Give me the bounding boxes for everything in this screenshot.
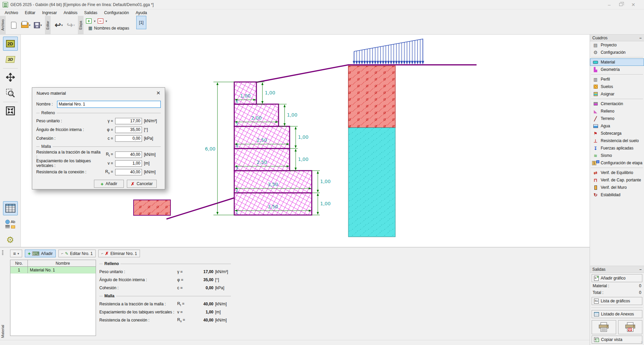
print-selection-button[interactable] <box>618 320 643 334</box>
phi-symbol: φ = <box>102 127 115 132</box>
open-dropdown-caret[interactable]: ▾ <box>29 24 31 27</box>
sidebar-item-estabilidad[interactable]: Estabilidad <box>590 191 644 199</box>
soils-icon <box>593 84 598 89</box>
zoom-fit-button[interactable] <box>3 104 18 118</box>
remove-stage-caret[interactable]: ▾ <box>106 19 107 23</box>
sidebar-item-suelos[interactable]: Suelos <box>590 83 644 90</box>
copy-view-button[interactable]: Copiar vista <box>592 336 642 344</box>
cuadros-minimize-button[interactable]: – <box>639 36 642 40</box>
drawing-canvas[interactable]: 6,00 3,50 3,50 2,50 2,50 2,00 1,00 1,00 … <box>21 35 590 247</box>
sidebar-item-verif-cap-portante[interactable]: Verif. de Cap. portante <box>590 176 644 184</box>
total-height-label: 6,00 <box>205 146 215 152</box>
save-file-button[interactable]: ▾ <box>32 18 44 32</box>
geometry-icon <box>593 67 598 72</box>
material-count-row: Material :0 <box>590 282 644 289</box>
add-graphic-button[interactable]: Añadir gráfico <box>592 274 642 282</box>
minimize-button[interactable]: – <box>608 2 610 7</box>
dialog-close-button[interactable]: ✕ <box>156 90 160 96</box>
view-2d-button[interactable]: 2D <box>3 37 18 51</box>
sidebar-item-relleno[interactable]: Relleno <box>590 107 644 115</box>
cancel-button[interactable]: ✗Cancelar <box>127 180 157 188</box>
height-label-1: 1,00 <box>320 201 331 206</box>
add-button[interactable]: +Añadir <box>94 180 124 188</box>
connection-strength-input[interactable] <box>115 169 142 175</box>
sidebar-item-sismo[interactable]: Sismo <box>590 152 644 159</box>
statusbar <box>0 340 590 345</box>
sidebar-item-cimentacion[interactable]: Cimentación <box>590 100 644 107</box>
panel-resize-grip[interactable] <box>2 250 3 256</box>
height-label-5: 1,00 <box>287 112 297 118</box>
graphics-list-icon <box>594 299 599 304</box>
sidebar-item-material[interactable]: Material <box>590 58 644 66</box>
cohesion-input[interactable] <box>115 135 142 142</box>
dash-icon: ⌐ <box>101 252 103 255</box>
stage-names-button[interactable]: ▦ Nombres de etapas <box>86 25 132 32</box>
menu-ingresar[interactable]: Ingresar <box>39 10 59 15</box>
undo-dropdown-caret[interactable]: ▾ <box>61 24 63 27</box>
save-dropdown-caret[interactable]: ▾ <box>40 24 42 27</box>
menu-ayuda[interactable]: Ayuda <box>133 10 150 15</box>
menu-archivo[interactable]: Archivo <box>2 10 21 15</box>
view-3d-button[interactable]: 3D <box>3 52 18 67</box>
pan-button[interactable] <box>3 70 18 84</box>
menu-configuracion[interactable]: Configuración <box>101 10 132 15</box>
edit-material-button[interactable]: ⌐✎Editar Nro. 1 <box>58 250 96 257</box>
annex-list-button[interactable]: Listado de Anexos <box>592 310 642 318</box>
window-resize-grip[interactable]: ⠿ <box>641 341 643 344</box>
x-icon: ✗ <box>131 181 135 186</box>
drawing-settings-icon: Ab <box>5 220 15 228</box>
stage-names-label: Nombres de etapas <box>94 26 129 31</box>
material-count-value: 0 <box>639 284 641 288</box>
redo-icon: ↪ <box>67 22 73 29</box>
material-properties: Relleno Peso unitario : γ = 17,00 [kN/m³… <box>99 260 231 324</box>
menu-analisis[interactable]: Análisis <box>61 10 80 15</box>
sidebar-item-configuracion-de-etapa[interactable]: Configuración de etapa <box>590 159 644 167</box>
menu-editar[interactable]: Editar <box>22 10 38 15</box>
sidebar-item-asignar[interactable]: Asignar <box>590 90 644 98</box>
sidebar-item-fuerzas-aplicadas[interactable]: Fuerzas aplicadas <box>590 144 644 152</box>
sidebar-item-verif-muro[interactable]: Verif. del Muro <box>590 184 644 191</box>
material-name-input[interactable] <box>57 101 161 108</box>
close-button[interactable]: ✕ <box>631 2 635 7</box>
table-row[interactable]: 1 Material No. 1 <box>10 267 96 273</box>
salidas-minimize-button[interactable]: – <box>639 267 642 272</box>
sidebar-item-configuracion[interactable]: Configuración <box>590 49 644 56</box>
unit-weight-input[interactable] <box>115 118 142 124</box>
open-file-button[interactable]: ▾ <box>20 18 32 32</box>
sidebar-item-terreno[interactable]: Terreno <box>590 115 644 122</box>
add-material-button[interactable]: +⌨Añadir <box>25 250 56 257</box>
sidebar-item-geometria[interactable]: Geometría <box>590 66 644 73</box>
undo-button[interactable]: ↩▾ <box>53 18 64 32</box>
partition-spacing-input[interactable] <box>115 160 142 167</box>
sidebar-item-sobrecarga[interactable]: Sobrecarga <box>590 130 644 137</box>
graphics-list-button[interactable]: Lista de gráficos <box>592 297 642 305</box>
table-view-button[interactable] <box>3 201 18 215</box>
sidebar-item-verif-equilibrio[interactable]: Verif. de Equilibrio <box>590 169 644 176</box>
stage-1-button[interactable]: [1] <box>136 16 146 29</box>
remove-stage-button[interactable]: − <box>98 18 103 24</box>
menu-salidas[interactable]: Salidas <box>82 10 100 15</box>
settings-button[interactable]: ⚙ <box>3 233 18 247</box>
add-stage-caret[interactable]: ▾ <box>94 19 96 23</box>
new-file-button[interactable] <box>8 18 19 32</box>
drawing-settings-button[interactable]: Ab <box>3 217 18 231</box>
total-count-value: 0 <box>639 290 641 295</box>
c-symbol: c = <box>102 136 115 141</box>
redo-button[interactable]: ↪▾ <box>65 18 77 32</box>
sidebar-item-agua[interactable]: Agua <box>590 122 644 130</box>
restore-icon[interactable] <box>619 3 623 6</box>
sidebar-item-resistencia-del-suelo[interactable]: Resistencia del suelo <box>590 137 644 144</box>
earthquake-icon <box>593 153 598 158</box>
mesh-tensile-input[interactable] <box>115 152 142 158</box>
block-number-1: 1 <box>236 210 238 215</box>
zoom-select-button[interactable] <box>3 86 18 100</box>
sidebar-item-proyecto[interactable]: Proyecto <box>590 41 644 49</box>
list-menu-button[interactable]: ≡▾ <box>10 250 22 257</box>
gear-icon <box>593 50 598 55</box>
print-button[interactable] <box>592 320 616 334</box>
soil-resistance-icon <box>593 138 598 143</box>
sidebar-item-perfil[interactable]: Perfil <box>590 76 644 83</box>
delete-material-button[interactable]: ⌐✗Eliminar Nro. 1 <box>98 250 140 257</box>
friction-angle-input[interactable] <box>115 127 142 133</box>
add-stage-button[interactable]: + <box>86 18 92 24</box>
